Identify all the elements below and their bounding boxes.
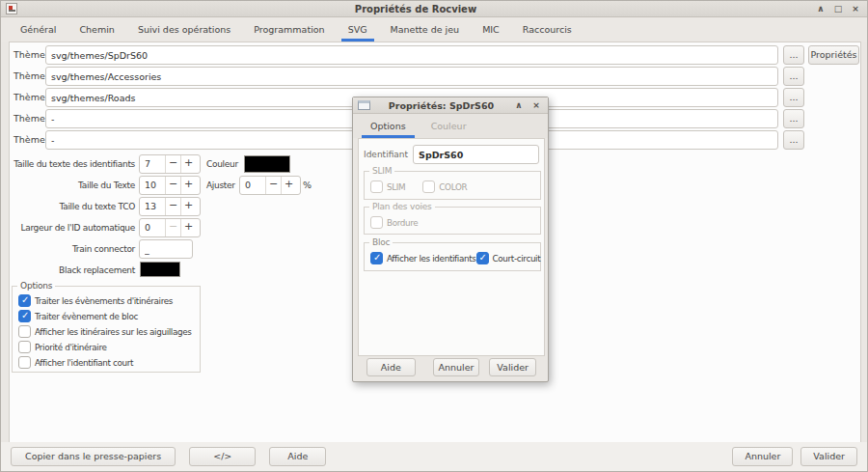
checkbox-icon xyxy=(370,252,383,264)
option-priorite-itineraire[interactable]: Priorité d'itinéraire xyxy=(18,341,194,353)
spin-increment-button[interactable]: + xyxy=(180,198,196,215)
shade-icon[interactable]: ∧ xyxy=(512,98,526,112)
spin-decrement-button[interactable]: − xyxy=(265,177,281,194)
checkbox-icon xyxy=(18,341,31,353)
option-label: Traiter les évènements d'itinéraires xyxy=(35,296,173,306)
spin-increment-button[interactable]: + xyxy=(281,177,296,194)
spin-increment-button[interactable]: + xyxy=(180,219,196,236)
black-replacement-label: Black replacement xyxy=(10,261,135,280)
slim-group-title: SLIM xyxy=(369,166,394,176)
identifiant-input[interactable] xyxy=(413,145,539,164)
theme-row: Thème 1 ... Propriétés xyxy=(10,45,860,65)
shade-icon[interactable]: ∧ xyxy=(814,2,827,15)
id-text-size-spinner: 7 − + xyxy=(139,154,201,174)
cancel-button[interactable]: Annuler xyxy=(732,447,793,466)
option-traiter-evenements-itineraires[interactable]: Traiter les évènements d'itinéraires xyxy=(18,294,194,307)
tab-svg[interactable]: SVG xyxy=(337,18,379,42)
spinner-value[interactable]: 0 xyxy=(240,177,265,194)
spdrs60-properties-dialog: Propriétés: SpDrS60 ∧ × Options Couleur … xyxy=(352,97,549,382)
browse-theme2-button[interactable]: ... xyxy=(783,67,804,86)
spin-decrement-button[interactable]: − xyxy=(165,177,180,194)
window-title: Propriétés de Rocview xyxy=(17,4,814,14)
code-button[interactable]: </> xyxy=(189,447,256,466)
dialog-tab-options[interactable]: Options xyxy=(358,114,419,138)
auto-id-width-spinner: 0 − + xyxy=(139,218,201,237)
adjust-spinner: 0 − + xyxy=(239,176,301,195)
court-circuit-checkbox[interactable]: Court-circuit xyxy=(476,252,541,264)
adjust-label: Ajuster xyxy=(206,176,235,195)
spinner-value[interactable]: 13 xyxy=(140,198,165,215)
spin-decrement-button[interactable]: − xyxy=(165,155,180,173)
main-tabbar: Général Chemin Suivi des opérations Prog… xyxy=(1,18,867,42)
browse-theme4-button[interactable]: ... xyxy=(783,109,804,128)
help-button[interactable]: Aide xyxy=(269,447,326,466)
ok-button[interactable]: Valider xyxy=(800,447,857,466)
option-afficher-itineraires-aiguillages[interactable]: Afficher les itinéraires sur les aiguill… xyxy=(18,325,194,338)
option-label: Traiter évènement de bloc xyxy=(35,312,138,321)
dialog-help-button[interactable]: Aide xyxy=(366,358,416,376)
auto-id-width-label: Largeur de l'ID automatique xyxy=(10,218,135,237)
option-label: Afficher les itinéraires sur les aiguill… xyxy=(35,327,192,337)
option-traiter-evenement-bloc[interactable]: Traiter évènement de bloc xyxy=(18,310,194,322)
theme-row: Thème 2 ... xyxy=(10,67,860,86)
text-size-spinner: 10 − + xyxy=(139,176,201,195)
tab-general[interactable]: Général xyxy=(9,18,68,42)
dialog-cancel-button[interactable]: Annuler xyxy=(433,358,480,376)
tab-raccourcis[interactable]: Raccourcis xyxy=(511,18,583,42)
theme2-input[interactable] xyxy=(45,67,778,86)
option-label: Court-circuit xyxy=(493,254,541,264)
dialog-ok-button[interactable]: Valider xyxy=(489,358,536,376)
slim-checkbox: SLIM xyxy=(370,180,405,193)
close-icon[interactable]: × xyxy=(529,98,543,112)
copy-to-clipboard-button[interactable]: Copier dans le presse-papiers xyxy=(11,447,176,466)
tab-mic[interactable]: MIC xyxy=(471,18,511,42)
color-swatch[interactable] xyxy=(244,155,290,173)
option-label: Priorité d'itinéraire xyxy=(35,343,107,352)
tab-suivi-des-operations[interactable]: Suivi des opérations xyxy=(126,18,242,42)
train-connector-input[interactable] xyxy=(139,239,193,259)
train-connector-label: Train connector xyxy=(10,239,135,259)
browse-theme5-button[interactable]: ... xyxy=(783,130,804,150)
checkbox-icon xyxy=(370,216,383,229)
spin-increment-button[interactable]: + xyxy=(180,177,196,194)
dialog-title: Propriétés: SpDrS60 xyxy=(370,100,512,111)
spin-decrement-button: − xyxy=(165,219,180,236)
tab-manette-de-jeu[interactable]: Manette de jeu xyxy=(379,18,472,42)
option-label: COLOR xyxy=(439,182,467,192)
tab-chemin[interactable]: Chemin xyxy=(68,18,125,42)
plan-des-voies-group-title: Plan des voies xyxy=(369,202,435,211)
rocview-app-icon xyxy=(6,3,17,14)
spin-decrement-button[interactable]: − xyxy=(165,198,180,215)
option-label: Afficher l'identifiant court xyxy=(35,358,133,368)
color-label: Couleur xyxy=(206,154,238,174)
plan-des-voies-group: Plan des voies Bordure xyxy=(364,207,541,235)
black-replacement-swatch[interactable] xyxy=(140,262,180,277)
checkbox-icon xyxy=(18,325,31,338)
dialog-options-panel: Identifiant SLIM SLIM COLOR Plan xyxy=(358,138,545,356)
afficher-identifiants-checkbox[interactable]: Afficher les identifiants xyxy=(370,252,476,264)
spinner-value[interactable]: 10 xyxy=(140,177,165,194)
close-icon[interactable]: × xyxy=(849,2,862,15)
text-size-label: Taille du Texte xyxy=(10,176,135,195)
theme1-properties-button[interactable]: Propriétés xyxy=(808,45,859,65)
spin-increment-button[interactable]: + xyxy=(180,155,196,173)
theme1-input[interactable] xyxy=(45,45,778,65)
rocview-properties-window: Propriétés de Rocview ∧ □ × Général Chem… xyxy=(0,0,868,472)
browse-theme1-button[interactable]: ... xyxy=(783,45,804,65)
dialog-titlebar[interactable]: Propriétés: SpDrS60 ∧ × xyxy=(353,97,548,114)
checkbox-icon xyxy=(370,180,383,193)
tab-programmation[interactable]: Programmation xyxy=(242,18,336,42)
identifiant-row: Identifiant xyxy=(364,145,539,164)
identifiant-label: Identifiant xyxy=(364,150,408,159)
tco-text-size-label: Taille du texte TCO xyxy=(10,197,135,216)
options-group-title: Options xyxy=(17,281,55,291)
titlebar[interactable]: Propriétés de Rocview ∧ □ × xyxy=(1,1,867,17)
browse-theme3-button[interactable]: ... xyxy=(783,88,804,107)
spinner-value[interactable]: 0 xyxy=(140,219,165,236)
option-afficher-identifiant-court[interactable]: Afficher l'identifiant court xyxy=(18,356,194,369)
spinner-value[interactable]: 7 xyxy=(140,155,165,173)
option-label: Afficher les identifiants xyxy=(387,254,476,264)
checkbox-icon xyxy=(18,310,31,322)
maximize-icon[interactable]: □ xyxy=(831,2,845,15)
dialog-button-row: Aide Annuler Valider xyxy=(353,358,548,376)
